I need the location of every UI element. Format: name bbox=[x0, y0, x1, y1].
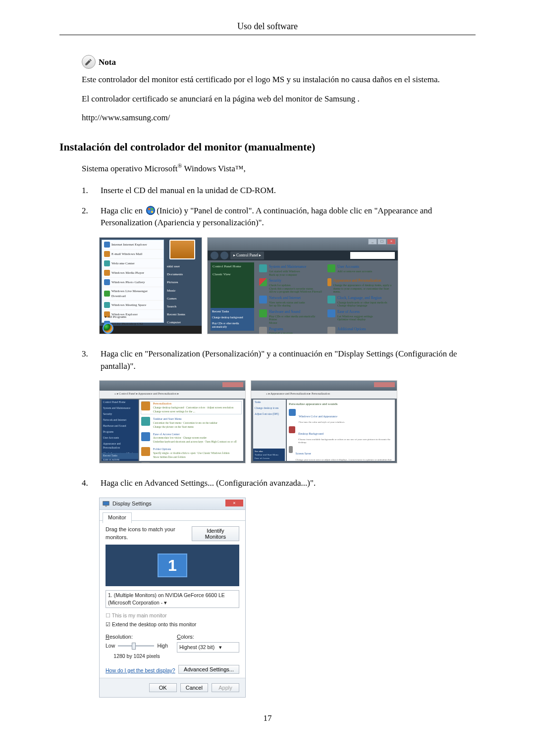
step-3: 3. Haga clic en "Personalization (Person… bbox=[82, 348, 476, 372]
colors-label: Colors: bbox=[177, 633, 239, 641]
category-icon bbox=[141, 447, 150, 456]
close-icon[interactable]: × bbox=[225, 500, 243, 506]
category-icon bbox=[327, 264, 335, 272]
minimize-icon: _ bbox=[368, 239, 377, 245]
item-icon bbox=[289, 426, 295, 433]
page-number: 17 bbox=[59, 712, 476, 725]
category-icon bbox=[259, 264, 267, 272]
advanced-settings-button[interactable]: Advanced Settings... bbox=[178, 665, 239, 674]
control-panel-item: Additional Options bbox=[327, 327, 393, 335]
display-settings-dialog: Display Settings × Monitor Drag the icon… bbox=[99, 498, 246, 698]
step-number: 3. bbox=[82, 348, 91, 360]
note-paragraph-2: El controlador certificado se anunciará … bbox=[82, 93, 476, 105]
monitor-1-box: 1 bbox=[158, 554, 187, 577]
start-menu-screenshot: Internet Internet Explorer E-mail Window… bbox=[99, 237, 202, 334]
step-number: 2. bbox=[82, 205, 91, 217]
control-panel-item: SecurityCheck for updatesCheck this comp… bbox=[259, 278, 324, 294]
resolution-label: Resolution: bbox=[106, 633, 168, 641]
section-heading: Instalación del controlador del monitor … bbox=[59, 139, 476, 155]
note-url: http://www.samsung.com/ bbox=[82, 112, 476, 124]
forward-icon bbox=[220, 252, 228, 259]
extend-desktop-checkbox: ☑ Extend the desktop onto this monitor bbox=[106, 621, 239, 628]
category-icon bbox=[141, 462, 150, 464]
appearance-item: PersonalizationChange desktop background… bbox=[141, 402, 241, 414]
back-icon bbox=[211, 252, 218, 259]
figure-step-4: Display Settings × Monitor Drag the icon… bbox=[99, 498, 476, 698]
step-text: Haga clic en "Personalization (Personali… bbox=[101, 348, 476, 372]
welcome-icon bbox=[104, 260, 110, 266]
control-panel-item: ProgramsUninstall a programChange startu… bbox=[259, 327, 324, 335]
step-number: 4. bbox=[82, 477, 91, 490]
breadcrumb: « ▸ Control Panel ▸ Appearance and Perso… bbox=[100, 391, 245, 399]
appearance-personalization-screenshot: « ▸ Control Panel ▸ Appearance and Perso… bbox=[99, 380, 246, 463]
messenger-icon bbox=[104, 291, 110, 297]
help-link[interactable]: How do I get the best display? bbox=[106, 667, 175, 674]
drag-monitors-text: Drag the icons to match your monitors. bbox=[106, 526, 192, 542]
main-monitor-checkbox: ☐ This is my main monitor bbox=[106, 612, 239, 619]
step-4: 4. Haga clic en Advanced Settings... (Co… bbox=[82, 477, 476, 490]
figure-step-3: « ▸ Control Panel ▸ Appearance and Perso… bbox=[99, 380, 476, 463]
category-icon bbox=[141, 432, 150, 441]
personalization-screenshot: « ▸ Appearance and Personalization ▸ Per… bbox=[251, 380, 397, 463]
category-icon bbox=[259, 278, 267, 286]
ie-icon bbox=[104, 242, 110, 248]
control-panel-item: Hardware and SoundPlay CDs or other medi… bbox=[259, 309, 324, 325]
appearance-item: Ease of Access CenterAccommodate low vis… bbox=[141, 432, 241, 445]
note-paragraph-1: Este controlador del monitor está certif… bbox=[82, 74, 476, 86]
ok-button[interactable]: OK bbox=[149, 683, 177, 692]
control-panel-item: Ease of AccessLet Windows suggest settin… bbox=[327, 309, 393, 325]
svg-point-1 bbox=[147, 206, 155, 214]
user-avatar bbox=[169, 240, 195, 259]
dialog-title: Display Settings bbox=[112, 500, 152, 508]
step-1: 1. Inserte el CD del manual en la unidad… bbox=[82, 185, 476, 197]
category-icon bbox=[259, 309, 267, 317]
pencil-icon bbox=[82, 55, 96, 69]
cancel-button[interactable]: Cancel bbox=[180, 683, 208, 692]
color-depth-select[interactable]: Highest (32 bit) ▾ bbox=[177, 642, 239, 653]
close-icon: × bbox=[387, 239, 396, 245]
personalization-item: Windows Color and AppearanceFine tune th… bbox=[289, 409, 393, 424]
photo-icon bbox=[104, 279, 110, 285]
appearance-item: FontsInstall or remove a font bbox=[141, 462, 241, 464]
personalization-item: Screen SaverChange your screen saver or … bbox=[289, 446, 393, 463]
step-text: Haga clic en (Inicio) y "Panel de contro… bbox=[101, 205, 476, 229]
header-rule bbox=[59, 35, 476, 35]
header-chapter-title: Uso del software bbox=[59, 20, 476, 33]
step-2: 2. Haga clic en (Inicio) y "Panel de con… bbox=[82, 205, 476, 229]
control-panel-item: System and MaintenanceGet started with W… bbox=[259, 264, 324, 276]
search-input bbox=[350, 252, 395, 259]
breadcrumb: « ▸ Appearance and Personalization ▸ Per… bbox=[251, 391, 397, 399]
meeting-icon bbox=[104, 302, 110, 308]
monitor-preview[interactable]: 1 bbox=[106, 545, 239, 586]
step-text: Haga clic en Advanced Settings... (Confi… bbox=[101, 477, 476, 490]
apply-button[interactable]: Apply bbox=[212, 683, 239, 692]
resolution-slider[interactable]: Low High bbox=[106, 642, 168, 650]
category-icon bbox=[141, 402, 150, 410]
os-line: Sistema operativo Microsoft® Windows Vis… bbox=[82, 162, 476, 175]
control-panel-screenshot: _□× ▸ Control Panel ▸ Control Panel Home… bbox=[207, 237, 398, 334]
monitor-icon bbox=[103, 501, 109, 507]
identify-monitors-button[interactable]: Identify Monitors bbox=[192, 526, 239, 541]
note-label: Nota bbox=[99, 56, 116, 69]
control-panel-item: Appearance and PersonalizationChange the… bbox=[327, 278, 393, 294]
start-orb-icon bbox=[146, 205, 156, 215]
category-icon bbox=[327, 309, 335, 317]
monitor-select[interactable]: 1. (Multiple Monitors) on NVIDIA GeForce… bbox=[106, 590, 239, 608]
start-orb-icon bbox=[103, 323, 113, 334]
appearance-item: Folder OptionsSpecify single- or double-… bbox=[141, 447, 241, 459]
step-text: Inserte el CD del manual en la unidad de… bbox=[101, 185, 476, 197]
control-panel-item: Network and InternetView network status … bbox=[259, 296, 324, 307]
step-number: 1. bbox=[82, 185, 91, 197]
category-icon bbox=[327, 278, 331, 286]
category-icon bbox=[327, 327, 335, 335]
resolution-value: 1280 by 1024 pixels bbox=[106, 653, 168, 660]
figure-step-2: Internet Internet Explorer E-mail Window… bbox=[99, 237, 476, 334]
mail-icon bbox=[104, 251, 110, 257]
personalization-item: Desktop BackgroundChoose from available … bbox=[289, 426, 393, 444]
item-icon bbox=[289, 446, 293, 453]
appearance-item: Taskbar and Start MenuCustomize the Star… bbox=[141, 417, 241, 429]
tab-monitor[interactable]: Monitor bbox=[103, 512, 132, 523]
control-panel-item: User AccountsAdd or remove user accounts bbox=[327, 264, 393, 276]
item-icon bbox=[289, 409, 296, 416]
svg-rect-3 bbox=[105, 505, 107, 506]
